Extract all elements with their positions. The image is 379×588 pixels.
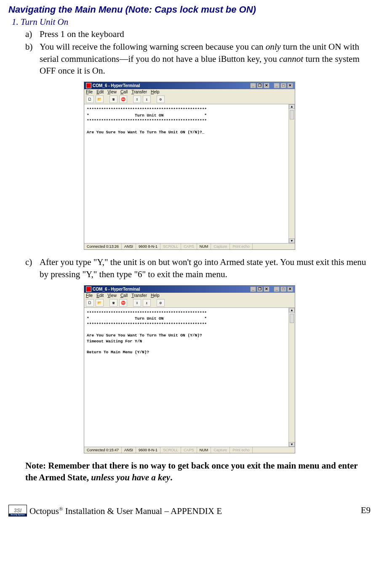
note-seg1: Note: Remember that there is no way to g…: [25, 461, 358, 482]
close-button-2[interactable]: ✕: [287, 83, 293, 88]
vertical-scrollbar[interactable]: [288, 104, 295, 243]
status-echo-1: Print echo: [230, 244, 253, 249]
toolbar-send-icon[interactable]: ↧: [133, 299, 141, 307]
minimize-button[interactable]: _: [250, 83, 256, 88]
toolbar-receive-icon[interactable]: ↥: [143, 95, 151, 103]
toolbar-gap: [129, 299, 131, 306]
status-num-2: NUM: [197, 447, 211, 453]
substep-c: c) After you type "Y," the unit is on bu…: [25, 256, 371, 280]
logo-text: 3SI: [14, 508, 21, 514]
substep-b-cannot: cannot: [279, 54, 303, 64]
note-dot: .: [170, 472, 172, 482]
close-button[interactable]: ✕: [264, 83, 270, 88]
hyperterminal-window-1: COM_6 - HyperTerminal _ ❐ ✕ _ □ ✕ File E…: [84, 82, 295, 250]
substep-b-text: You will receive the following warning s…: [40, 41, 371, 77]
footer-title: Octopus® Installation & User Manual – AP…: [29, 506, 222, 516]
minimize-button[interactable]: _: [250, 286, 256, 292]
toolbar-call-icon[interactable]: ☎: [109, 299, 117, 307]
toolbar-gap: [152, 95, 155, 102]
substep-c-text: After you type "Y," the unit is on but w…: [40, 256, 371, 280]
footer-page-number: E9: [361, 505, 371, 516]
window-title-1: COM_6 - HyperTerminal: [93, 83, 140, 88]
menu-help[interactable]: Help: [151, 90, 160, 94]
note-unless: unless you have a key: [91, 472, 170, 482]
status-caps-2: CAPS: [181, 447, 197, 453]
app-icon: [86, 286, 91, 292]
menu-file[interactable]: File: [86, 90, 93, 94]
status-echo-2: Print echo: [230, 447, 253, 453]
toolbar-new-icon[interactable]: 🗋: [86, 299, 94, 307]
toolbar-properties-icon[interactable]: ⚙: [157, 299, 165, 307]
statusbar-1: Connected 0:13:26 ANSI 9600 8-N-1 SCROLL…: [84, 243, 295, 249]
vertical-scrollbar[interactable]: [288, 308, 295, 447]
page-footer: 3SI Security Systems Octopus® Installati…: [8, 505, 371, 516]
status-connected-1: Connected 0:13:26: [84, 244, 122, 249]
status-scroll-1: SCROLL: [160, 244, 181, 249]
status-baud-2: 9600 8-N-1: [136, 447, 160, 453]
substep-b-only: only: [266, 42, 281, 52]
status-term-2: ANSI: [122, 447, 136, 453]
restore-button[interactable]: ❐: [257, 286, 263, 292]
maximize-button[interactable]: □: [280, 286, 286, 292]
close-button-2[interactable]: ✕: [287, 286, 293, 292]
restore-button[interactable]: ❐: [257, 83, 263, 88]
section-heading: Navigating the Main Menu (Note: Caps loc…: [8, 4, 371, 15]
menubar-2: File Edit View Call Transfer Help: [84, 293, 295, 298]
scrollbar-thumb[interactable]: [290, 314, 294, 323]
status-term-1: ANSI: [122, 244, 136, 249]
substep-a-label: a): [25, 28, 40, 40]
menu-call[interactable]: Call: [120, 293, 128, 298]
menu-help[interactable]: Help: [151, 293, 160, 298]
toolbar-receive-icon[interactable]: ↥: [143, 299, 151, 307]
terminal-body-2[interactable]: ****************************************…: [84, 308, 295, 358]
toolbar-2: 🗋 📂 ☎ ⛔ ↧ ↥ ⚙: [84, 298, 295, 308]
menu-edit[interactable]: Edit: [96, 90, 104, 94]
toolbar-open-icon[interactable]: 📂: [96, 95, 104, 103]
terminal-body-1[interactable]: ****************************************…: [84, 104, 295, 137]
statusbar-2: Connected 0:15:47 ANSI 9600 8-N-1 SCROLL…: [84, 447, 295, 453]
status-num-1: NUM: [197, 244, 211, 249]
menu-edit[interactable]: Edit: [96, 293, 104, 298]
minimize-button-2[interactable]: _: [274, 286, 280, 292]
toolbar-open-icon[interactable]: 📂: [96, 299, 104, 307]
toolbar-hangup-icon[interactable]: ⛔: [119, 95, 127, 103]
toolbar-new-icon[interactable]: 🗋: [86, 95, 94, 103]
menu-transfer[interactable]: Transfer: [131, 90, 147, 94]
status-baud-1: 9600 8-N-1: [136, 244, 160, 249]
screenshot-1: COM_6 - HyperTerminal _ ❐ ✕ _ □ ✕ File E…: [8, 82, 371, 250]
toolbar-call-icon[interactable]: ☎: [109, 95, 117, 103]
status-caps-1: CAPS: [181, 244, 197, 249]
titlebar-2: COM_6 - HyperTerminal _ ❐ ✕ _ □ ✕: [84, 286, 295, 293]
step-1-title: 1. Turn Unit On: [12, 17, 371, 27]
substep-b: b) You will receive the following warnin…: [25, 41, 371, 77]
app-icon: [86, 83, 91, 88]
toolbar-hangup-icon[interactable]: ⛔: [119, 299, 127, 307]
substep-c-label: c): [25, 256, 40, 280]
logo-bar-text: Security Systems: [9, 514, 27, 516]
status-capture-2: Capture: [211, 447, 230, 453]
scrollbar-thumb[interactable]: [290, 110, 294, 119]
menu-file[interactable]: File: [86, 293, 93, 298]
substep-b-seg1: You will receive the following warning s…: [40, 42, 266, 52]
toolbar-send-icon[interactable]: ↧: [133, 95, 141, 103]
window-controls-set-2: _ ❐ ✕ _ □ ✕: [250, 286, 293, 292]
status-scroll-2: SCROLL: [160, 447, 181, 453]
minimize-button-2[interactable]: _: [274, 83, 280, 88]
menu-transfer[interactable]: Transfer: [131, 293, 147, 298]
toolbar-gap: [105, 95, 108, 102]
separator: [270, 286, 273, 291]
menu-view[interactable]: View: [107, 293, 117, 298]
toolbar-properties-icon[interactable]: ⚙: [157, 95, 165, 103]
menu-call[interactable]: Call: [120, 90, 128, 94]
close-button[interactable]: ✕: [264, 286, 270, 292]
substep-b-label: b): [25, 41, 40, 77]
menu-view[interactable]: View: [107, 90, 117, 94]
screenshot-2: COM_6 - HyperTerminal _ ❐ ✕ _ □ ✕ File E…: [8, 285, 371, 454]
maximize-button[interactable]: □: [280, 83, 286, 88]
hyperterminal-window-2: COM_6 - HyperTerminal _ ❐ ✕ _ □ ✕ File E…: [84, 285, 295, 453]
substep-a-text: Press 1 on the keyboard: [40, 28, 371, 40]
separator: [270, 83, 273, 87]
footer-reg-mark: ®: [59, 506, 63, 512]
toolbar-gap: [129, 95, 131, 102]
menubar-1: File Edit View Call Transfer Help: [84, 89, 295, 95]
